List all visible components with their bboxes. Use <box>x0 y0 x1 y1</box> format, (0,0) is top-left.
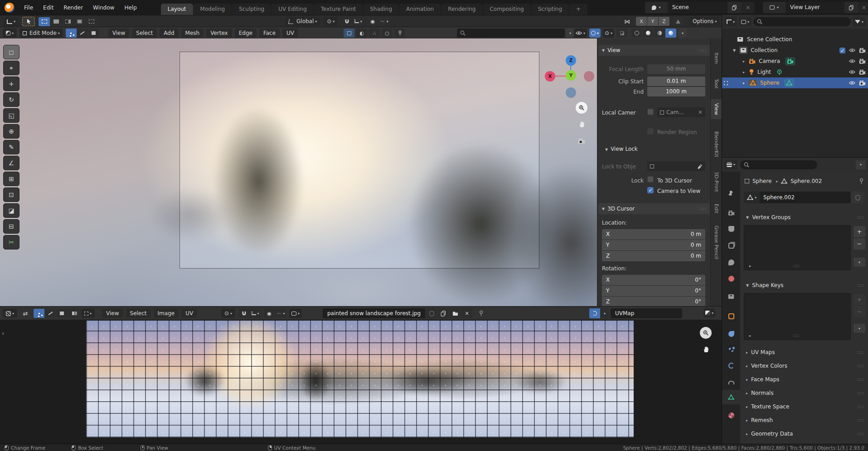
breadcrumb-data[interactable]: Sphere.002 <box>790 178 822 184</box>
uv-maps-panel-header[interactable]: ▸UV Maps∷∷ <box>742 346 867 358</box>
view-layer-name-field[interactable]: View Layer <box>786 2 844 13</box>
menu-file[interactable]: File <box>19 2 38 13</box>
uv-pan-button[interactable] <box>700 343 712 355</box>
hide-eye-icon[interactable] <box>849 58 855 64</box>
object-visibility-dropdown[interactable]: ▾ <box>574 29 587 38</box>
outliner-row-light[interactable]: ▸ Light <box>722 67 868 77</box>
tool-extrude-icon[interactable]: ⊞ <box>3 172 19 186</box>
tab-sculpting[interactable]: Sculpting <box>232 4 271 15</box>
tab-uv-editing[interactable]: UV Editing <box>272 4 314 15</box>
properties-editor-type-icon[interactable]: ▾ <box>724 160 737 169</box>
eyedropper-icon[interactable] <box>698 164 703 169</box>
geometry-data-panel-header[interactable]: ▸Geometry Data∷∷ <box>742 428 867 440</box>
uv-image-name-field[interactable]: painted snow landscape forest.jpg <box>323 308 425 318</box>
zoom-viewport-button[interactable] <box>576 102 587 114</box>
gizmo-z-neg-axis[interactable] <box>566 87 576 98</box>
mesh-browse-dropdown[interactable]: ▾ <box>744 192 760 203</box>
view-layer-copy-button[interactable] <box>844 2 858 13</box>
expand-icon[interactable]: ▸ <box>743 81 745 85</box>
blenderkit-hdr-category-icon[interactable]: ○ <box>382 29 393 38</box>
shading-material-button[interactable] <box>654 29 665 38</box>
shading-solid-button[interactable] <box>643 29 654 38</box>
uv-menu-uv[interactable]: UV <box>181 309 197 318</box>
shape-keys-panel-header[interactable]: ▼ Shape Keys ∷∷ <box>742 279 867 291</box>
uv-island-select-button[interactable] <box>68 309 78 318</box>
transform-orientation-dropdown[interactable]: Global▾ <box>286 17 320 26</box>
shape-key-remove-button[interactable]: − <box>853 306 865 317</box>
gizmo-y-axis[interactable]: Y <box>566 70 576 81</box>
lock-3d-cursor-checkbox[interactable] <box>647 176 654 182</box>
tab-modifiers-icon[interactable] <box>722 326 740 341</box>
sidebar-tab-edit[interactable]: Edit <box>711 200 722 218</box>
hide-eye-icon[interactable] <box>849 69 855 75</box>
tab-material-icon[interactable] <box>722 408 740 422</box>
mirror-y-button[interactable]: Y <box>647 17 658 26</box>
tab-view-layer-icon[interactable] <box>722 238 740 253</box>
select-intersect-button[interactable] <box>86 17 97 26</box>
vertex-group-specials-dropdown[interactable]: ▾ <box>853 258 865 267</box>
outliner-search-input[interactable] <box>753 17 851 26</box>
tab-scripting[interactable]: Scripting <box>531 4 569 15</box>
tool-loopcut-icon[interactable]: ⊟ <box>3 219 19 234</box>
active-tool-tweak-button[interactable] <box>22 17 35 26</box>
view-layer-delete-button[interactable]: ✕ <box>858 2 868 13</box>
outliner-display-mode-dropdown[interactable]: ▾ <box>724 17 737 26</box>
image-pin-icon[interactable] <box>479 310 484 317</box>
tab-scene-icon[interactable] <box>722 255 740 269</box>
tab-render-icon[interactable] <box>722 206 740 220</box>
local-camera-clear-icon[interactable]: ✕ <box>698 109 703 115</box>
hide-eye-icon[interactable] <box>849 80 855 86</box>
shading-dropdown[interactable]: ▾ <box>679 29 687 38</box>
uv-overlay-dropdown[interactable]: ▾ <box>601 308 609 318</box>
tab-physics-icon[interactable] <box>722 358 740 373</box>
tab-rendering[interactable]: Rendering <box>441 4 482 15</box>
viewport-menu-face[interactable]: Face <box>259 29 280 38</box>
outliner-row-sphere[interactable]: ▸ Sphere <box>722 77 868 88</box>
cursor-rotation-y[interactable]: Y0° <box>602 286 705 296</box>
uv-image-browse-dropdown[interactable]: ▾ <box>289 309 302 318</box>
menu-render[interactable]: Render <box>58 2 88 13</box>
image-copy-button[interactable] <box>438 308 449 318</box>
tab-particles-icon[interactable] <box>722 342 740 357</box>
select-extend-button[interactable] <box>50 17 62 26</box>
uv-editor-type-icon[interactable]: ▾ <box>3 309 17 318</box>
sidebar-tab-view[interactable]: View <box>711 99 722 119</box>
properties-options-dropdown[interactable]: ▾ <box>856 160 866 169</box>
tool-settings-editor-icon[interactable]: ▾ <box>4 17 19 26</box>
uv-menu-image[interactable]: Image <box>154 309 179 318</box>
tool-transform-icon[interactable]: ⊕ <box>3 124 19 139</box>
expand-icon[interactable]: ▸ <box>743 70 745 74</box>
sidebar-tab-grease-pencil[interactable]: Grease Pencil <box>711 221 722 263</box>
tab-modeling[interactable]: Modeling <box>194 4 232 15</box>
tab-output-icon[interactable] <box>722 221 740 236</box>
show-overlays-dropdown[interactable]: ⊙▾ <box>603 29 614 38</box>
blender-logo-icon[interactable] <box>5 3 15 13</box>
snap-toggle[interactable] <box>341 17 352 26</box>
blenderkit-material-category-icon[interactable]: ◐ <box>356 29 367 38</box>
viewport-menu-add[interactable]: Add <box>160 29 178 38</box>
outliner-row-scene-collection[interactable]: Scene Collection <box>722 34 868 45</box>
scene-copy-button[interactable] <box>727 2 741 13</box>
image-unlink-button[interactable]: ✕ <box>461 308 472 318</box>
show-gizmo-dropdown[interactable]: ▾ <box>589 29 601 38</box>
face-select-button[interactable] <box>88 29 99 38</box>
view-panel-header[interactable]: ▼ View ∷∷ <box>598 45 710 56</box>
fake-user-shield-button[interactable] <box>851 192 864 203</box>
mode-dropdown[interactable]: Edit Mode▾ <box>19 29 63 38</box>
shading-rendered-button[interactable] <box>665 29 676 38</box>
uv-proportional-falloff-dropdown[interactable]: ~▾ <box>275 309 286 318</box>
local-camera-checkbox[interactable] <box>647 109 654 115</box>
view-layer-icon[interactable]: ▾ <box>763 2 786 13</box>
blenderkit-search-dropdown[interactable]: ▾ <box>566 29 574 38</box>
tab-animation[interactable]: Animation <box>399 4 441 15</box>
panel-grip-icon[interactable]: ∷∷ <box>699 48 706 53</box>
sidebar-tab-item[interactable]: Item <box>711 48 722 68</box>
tool-rotate-icon[interactable]: ↻ <box>3 92 19 107</box>
uv-sticky-select-dropdown[interactable]: ▾ <box>81 309 95 318</box>
menu-edit[interactable]: Edit <box>38 2 58 13</box>
properties-search-input[interactable] <box>740 160 817 169</box>
face-maps-panel-header[interactable]: ▸Face Maps∷∷ <box>742 374 867 385</box>
sidebar-tab-blenderkit[interactable]: BlenderKit <box>711 125 722 163</box>
focal-length-field[interactable]: 50 mm <box>647 64 705 74</box>
tool-scale-icon[interactable]: ◱ <box>3 108 19 123</box>
